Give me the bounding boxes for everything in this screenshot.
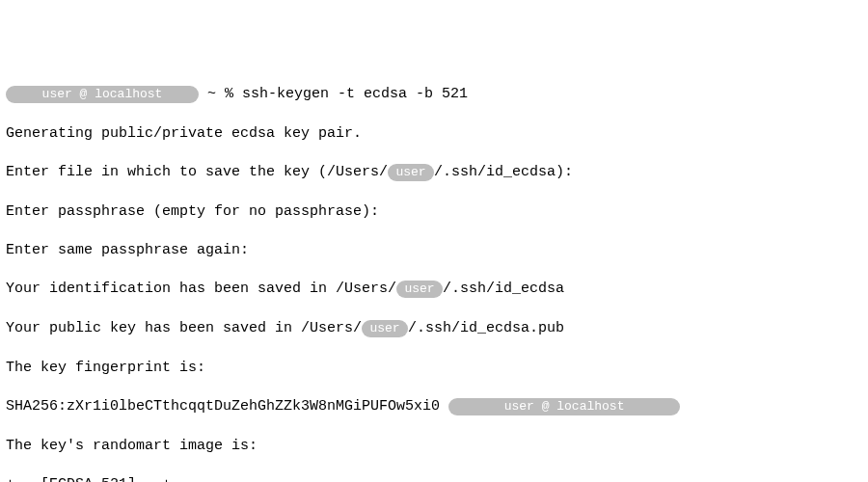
output-line: Your public key has been saved in /Users… [6,319,862,339]
prompt-separator: ~ % [199,86,242,102]
redacted-userhost-pill: user @ localhost [448,398,680,415]
text-segment: /.ssh/id_ecdsa): [434,164,573,180]
prompt-userhost-pill: user @ localhost [6,86,199,103]
redacted-user-pill: user [388,164,434,181]
text-segment: /.ssh/id_ecdsa.pub [408,320,564,336]
output-line: Enter passphrase (empty for no passphras… [6,202,862,222]
output-line: Enter same passphrase again: [6,241,862,260]
output-line: The key's randomart image is: [6,437,862,456]
redacted-user-pill: user [396,281,443,298]
redacted-user-pill: user [362,320,408,337]
text-segment: /.ssh/id_ecdsa [443,281,564,297]
terminal-prompt-line: user @ localhost ~ % ssh-keygen -t ecdsa… [6,85,862,105]
output-line: Generating public/private ecdsa key pair… [6,124,862,144]
randomart-line: +---[ECDSA 521]---+ [6,475,862,482]
text-segment: Your identification has been saved in /U… [6,281,396,297]
text-segment: Your public key has been saved in /Users… [6,320,362,336]
output-line: Your identification has been saved in /U… [6,280,862,300]
output-line: The key fingerprint is: [6,359,862,378]
output-line: Enter file in which to save the key (/Us… [6,163,862,183]
fingerprint-text: SHA256:zXr1i0lbeCTthcqqtDuZehGhZZk3W8nMG… [6,398,448,415]
text-segment: Enter file in which to save the key (/Us… [6,164,388,180]
command-text: ssh-keygen -t ecdsa -b 521 [242,86,468,102]
output-line: SHA256:zXr1i0lbeCTthcqqtDuZehGhZZk3W8nMG… [6,397,862,417]
